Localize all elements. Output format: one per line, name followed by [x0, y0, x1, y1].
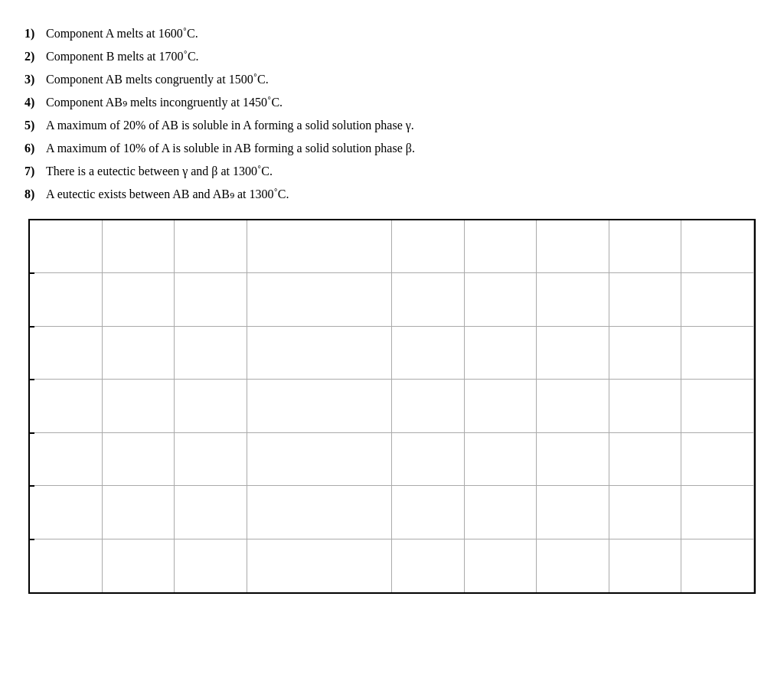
grid-cell [30, 380, 103, 432]
grid-cell [392, 539, 465, 592]
grid-cell [465, 220, 537, 273]
grid-cell [465, 380, 537, 432]
tick-6 [28, 539, 34, 540]
tick-1 [28, 272, 34, 274]
tick-3 [28, 379, 34, 380]
grid-cell [465, 273, 537, 326]
grid-cell [30, 433, 103, 486]
list-item: 3)Component AB melts congruently at 1500… [24, 70, 767, 89]
list-item-text: A maximum of 20% of AB is soluble in A f… [46, 116, 767, 135]
grid-cell [392, 327, 465, 380]
grid-cell [681, 380, 754, 432]
grid-cell [247, 486, 320, 539]
grid-cell [537, 327, 609, 380]
grid-cell [175, 486, 247, 539]
grid-cell [103, 273, 175, 326]
grid-cell [247, 327, 320, 380]
grid-cell [319, 433, 392, 486]
grid-cell [609, 486, 682, 539]
list-item-text: There is a eutectic between γ and β at 1… [46, 162, 767, 181]
list-item-text: Component A melts at 1600˚C. [46, 24, 767, 43]
list-item-number: 8) [24, 185, 46, 204]
items-list: 1)Component A melts at 1600˚C.2)Componen… [24, 24, 767, 204]
list-item-number: 5) [24, 116, 46, 135]
grid-cell [175, 327, 247, 380]
grid-cell [681, 486, 754, 539]
grid-cell [30, 327, 103, 380]
grid-cell [319, 486, 392, 539]
grid-cell [103, 327, 175, 380]
grid-cell [30, 486, 103, 539]
list-item: 4)Component AB₉ melts incongruently at 1… [24, 93, 767, 112]
grid-cell [175, 380, 247, 432]
grid-cell [247, 273, 320, 326]
grid-cell [247, 539, 320, 592]
grid-cell [319, 539, 392, 592]
phase-diagram-grid [28, 219, 756, 594]
list-item: 2)Component B melts at 1700˚C. [24, 47, 767, 66]
grid-cell [175, 433, 247, 486]
grid-cell [465, 327, 537, 380]
grid-cell [537, 539, 609, 592]
grid-cell [247, 380, 320, 432]
grid-cell [609, 380, 682, 432]
list-item-text: Component AB melts congruently at 1500˚C… [46, 70, 767, 89]
grid-cell [247, 220, 320, 273]
grid-cell [392, 380, 465, 432]
grid-cell [175, 220, 247, 273]
list-item-text: A maximum of 10% of A is soluble in AB f… [46, 139, 767, 158]
list-item-text: Component AB₉ melts incongruently at 145… [46, 93, 767, 112]
grid-cell [392, 273, 465, 326]
grid-cell [319, 327, 392, 380]
grid-cell [609, 433, 682, 486]
grid-cell [103, 380, 175, 432]
grid-cell [103, 486, 175, 539]
list-item-number: 4) [24, 93, 46, 112]
grid-cell [103, 539, 175, 592]
grid-cell [537, 380, 609, 432]
grid-cell [319, 380, 392, 432]
grid-cell [103, 220, 175, 273]
grid-cell [681, 220, 754, 273]
grid-cell [681, 273, 754, 326]
grid-cell [537, 220, 609, 273]
grid-cell [175, 273, 247, 326]
grid-cell [537, 273, 609, 326]
grid-cell [681, 433, 754, 486]
grid-cell [537, 433, 609, 486]
grid-cell [392, 220, 465, 273]
grid-cell [175, 539, 247, 592]
grid-cell [465, 539, 537, 592]
tick-5 [28, 485, 34, 487]
list-item-number: 7) [24, 162, 46, 181]
grid-cell [465, 433, 537, 486]
list-item: 8)A eutectic exists between AB and AB₉ a… [24, 185, 767, 204]
grid-cell [30, 539, 103, 592]
grid-cell [609, 220, 682, 273]
list-item: 7)There is a eutectic between γ and β at… [24, 162, 767, 181]
list-item-text: Component B melts at 1700˚C. [46, 47, 767, 66]
list-item-number: 6) [24, 139, 46, 158]
grid-cell [319, 220, 392, 273]
list-item-text: A eutectic exists between AB and AB₉ at … [46, 185, 767, 204]
grid-cell [537, 486, 609, 539]
grid-cell [103, 433, 175, 486]
grid-cell [30, 273, 103, 326]
grid-cell [247, 433, 320, 486]
grid-cell [609, 273, 682, 326]
list-item: 6)A maximum of 10% of A is soluble in AB… [24, 139, 767, 158]
list-item-number: 3) [24, 70, 46, 89]
tick-2 [28, 326, 34, 328]
grid-cell [609, 539, 682, 592]
grid-cell [392, 433, 465, 486]
list-item: 5)A maximum of 20% of AB is soluble in A… [24, 116, 767, 135]
list-item-number: 1) [24, 24, 46, 43]
grid-cell [392, 486, 465, 539]
grid-cell [681, 539, 754, 592]
grid-cell [319, 273, 392, 326]
grid-cell [681, 327, 754, 380]
grid-cell [609, 327, 682, 380]
grid-cell [465, 486, 537, 539]
list-item: 1)Component A melts at 1600˚C. [24, 24, 767, 43]
tick-4 [28, 432, 34, 434]
